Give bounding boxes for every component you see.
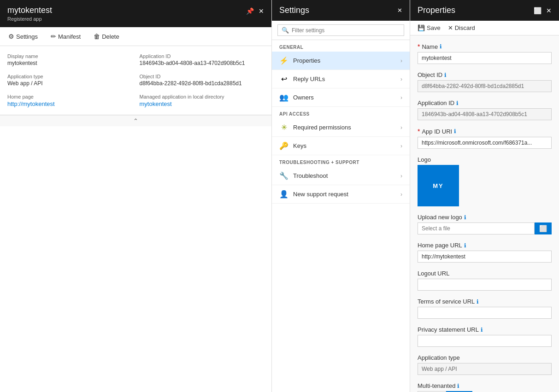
properties-label: Properties xyxy=(293,57,320,64)
home-page-url-field-label: Home page URL ℹ xyxy=(418,242,552,249)
app-id-uri-input[interactable] xyxy=(418,137,552,149)
required-permissions-label: Required permissions xyxy=(293,124,351,131)
upload-logo-info-icon[interactable]: ℹ xyxy=(464,214,466,221)
logout-url-field-group: Logout URL xyxy=(418,270,552,291)
terms-of-service-url-field-group: Terms of service URL ℹ xyxy=(418,298,552,319)
application-id-field-label: Application ID ℹ xyxy=(418,99,552,106)
search-input-wrap: 🔍 xyxy=(277,24,404,36)
collapse-button[interactable]: ⌃ xyxy=(0,115,271,126)
app-id-uri-field-group: * App ID URI ℹ xyxy=(418,128,552,149)
app-id-uri-required-star: * xyxy=(418,128,420,135)
terms-of-service-url-info-icon[interactable]: ℹ xyxy=(477,298,479,305)
display-name-label: Display name xyxy=(7,53,132,59)
application-type-label: Application type xyxy=(7,74,132,79)
save-button[interactable]: 💾 Save xyxy=(418,24,441,31)
application-id-field-group: Application ID ℹ xyxy=(418,99,552,120)
settings-item-required-permissions[interactable]: ✳ Required permissions › xyxy=(272,118,410,137)
name-input[interactable] xyxy=(418,52,552,64)
application-type-group: Application type Web app / API xyxy=(7,74,132,87)
upload-browse-button[interactable]: ⬜ xyxy=(535,222,552,234)
settings-panel: Settings ✕ 🔍 GENERAL ⚡ Properties › ↩ Re… xyxy=(272,0,410,392)
app-title: mytokentest xyxy=(7,6,52,15)
pin-icon[interactable]: 📌 xyxy=(246,7,254,15)
delete-button[interactable]: 🗑 Delete xyxy=(91,31,122,42)
name-info-icon[interactable]: ℹ xyxy=(440,43,442,50)
troubleshoot-icon: 🔧 xyxy=(279,171,288,180)
save-icon: 💾 xyxy=(418,24,425,31)
owners-label: Owners xyxy=(293,94,314,101)
home-page-link[interactable]: http://mytokentest xyxy=(7,100,132,107)
multi-tenanted-field-group: Multi-tenanted ℹ Yes No xyxy=(418,382,552,392)
settings-item-keys[interactable]: 🔑 Keys › xyxy=(272,137,410,155)
manifest-button[interactable]: ✏ Manifest xyxy=(48,31,83,42)
keys-label: Keys xyxy=(293,142,306,149)
delete-icon: 🗑 xyxy=(94,33,100,40)
settings-item-troubleshoot[interactable]: 🔧 Troubleshoot › xyxy=(272,167,410,185)
properties-close-icon[interactable]: ✕ xyxy=(546,7,552,14)
logo-field-group: Logo MY xyxy=(418,156,552,206)
search-input[interactable] xyxy=(292,27,400,34)
reply-urls-chevron-icon: › xyxy=(400,76,402,82)
close-icon[interactable]: ✕ xyxy=(259,7,264,15)
upload-logo-field-label: Upload new logo ℹ xyxy=(418,214,552,221)
privacy-statement-url-field-group: Privacy statement URL ℹ xyxy=(418,326,552,347)
settings-item-owners[interactable]: 👥 Owners › xyxy=(272,88,410,107)
upload-row: ⬜ xyxy=(418,222,552,234)
multi-tenanted-info-icon[interactable]: ℹ xyxy=(457,383,459,389)
name-field-group: * Name ℹ xyxy=(418,43,552,64)
application-id-label: Application ID xyxy=(140,53,265,59)
properties-icon: ⚡ xyxy=(279,56,288,65)
settings-close-icon[interactable]: ✕ xyxy=(397,7,402,14)
reply-urls-label: Reply URLs xyxy=(293,76,325,82)
application-id-input xyxy=(418,108,552,120)
object-id-group: Object ID d8f64bba-2282-492d-80f8-bd1cda… xyxy=(140,74,265,87)
reply-urls-icon: ↩ xyxy=(279,75,288,83)
troubleshooting-section-label: TROUBLESHOOTING + SUPPORT xyxy=(272,155,410,167)
troubleshoot-chevron-icon: › xyxy=(400,173,402,179)
name-field-label: * Name ℹ xyxy=(418,43,552,50)
properties-panel: Properties ⬜ ✕ 💾 Save ✕ Discard * Name ℹ xyxy=(410,0,559,392)
home-page-label: Home page xyxy=(7,94,132,99)
app-id-uri-info-icon[interactable]: ℹ xyxy=(454,128,456,135)
maximize-icon[interactable]: ⬜ xyxy=(534,7,541,14)
settings-item-new-support-request[interactable]: 👤 New support request › xyxy=(272,185,410,204)
left-header-icons: 📌 ✕ xyxy=(246,7,264,15)
new-support-request-chevron-icon: › xyxy=(400,191,402,198)
terms-of-service-url-input[interactable] xyxy=(418,307,552,319)
managed-app-link[interactable]: mytokentest xyxy=(140,100,265,107)
home-page-group: Home page http://mytokentest xyxy=(7,94,132,107)
application-type-field-label: Application type xyxy=(418,354,552,361)
display-name-group: Display name mytokentest xyxy=(7,53,132,66)
new-support-request-label: New support request xyxy=(293,191,348,198)
managed-app-group: Managed application in local directory m… xyxy=(140,94,265,107)
chevron-up-icon: ⌃ xyxy=(133,117,138,124)
privacy-statement-url-info-icon[interactable]: ℹ xyxy=(481,327,483,333)
privacy-statement-url-input[interactable] xyxy=(418,335,552,347)
upload-input[interactable] xyxy=(418,222,535,234)
object-id-value: d8f64bba-2282-492d-80f8-bd1cda2885d1 xyxy=(140,80,265,87)
left-info: Display name mytokentest Application ID … xyxy=(0,46,271,115)
settings-item-properties[interactable]: ⚡ Properties › xyxy=(272,52,410,70)
settings-icon: ⚙ xyxy=(8,33,14,40)
discard-button[interactable]: ✕ Discard xyxy=(448,24,475,31)
left-header-text: mytokentest Registered app xyxy=(7,6,52,22)
object-id-info-icon[interactable]: ℹ xyxy=(444,72,447,78)
application-id-info-icon[interactable]: ℹ xyxy=(456,100,459,106)
settings-item-reply-urls[interactable]: ↩ Reply URLs › xyxy=(272,70,410,88)
required-permissions-icon: ✳ xyxy=(279,123,288,132)
display-name-value: mytokentest xyxy=(7,60,132,66)
logout-url-input[interactable] xyxy=(418,279,552,291)
app-id-uri-field-label: * App ID URI ℹ xyxy=(418,128,552,135)
left-panel: mytokentest Registered app 📌 ✕ ⚙ Setting… xyxy=(0,0,272,392)
logo-field-label: Logo xyxy=(418,156,552,163)
application-id-group: Application ID 1846943b-ad04-4808-aa13-4… xyxy=(140,53,265,66)
troubleshoot-label: Troubleshoot xyxy=(293,172,328,179)
properties-content: * Name ℹ Object ID ℹ Application ID ℹ xyxy=(410,35,559,392)
discard-icon: ✕ xyxy=(448,24,453,31)
logo-display: MY xyxy=(418,165,459,206)
object-id-field-group: Object ID ℹ xyxy=(418,71,552,92)
home-page-url-info-icon[interactable]: ℹ xyxy=(464,242,466,249)
home-page-url-input[interactable] xyxy=(418,251,552,263)
settings-button[interactable]: ⚙ Settings xyxy=(6,31,41,42)
search-bar: 🔍 xyxy=(272,21,410,40)
